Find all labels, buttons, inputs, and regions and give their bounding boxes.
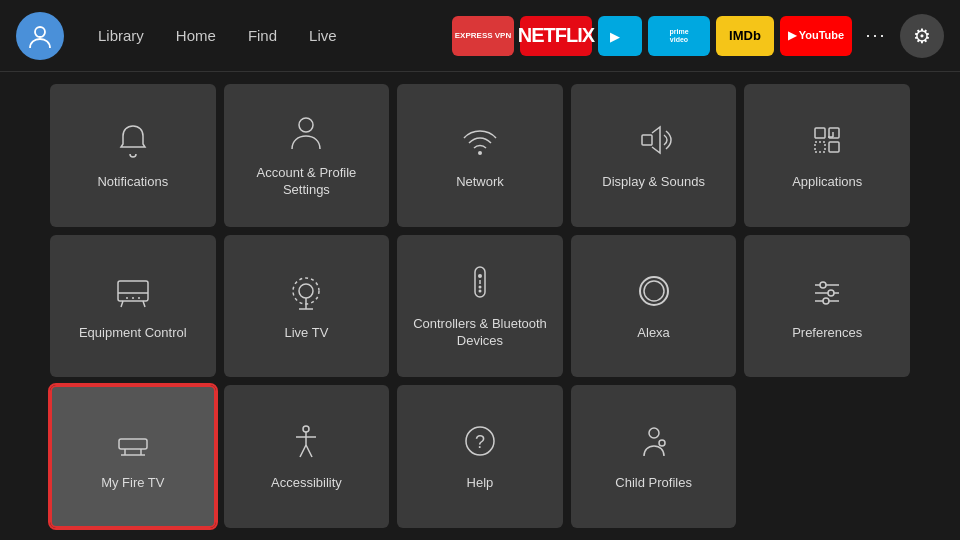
speaker-icon xyxy=(634,120,674,164)
grid-item-controllers-bluetooth[interactable]: Controllers & Bluetooth Devices xyxy=(397,235,563,378)
apps-icon xyxy=(807,120,847,164)
app-icons: EXPRESS VPN NETFLIX ▶ primevideo IMDb ▶ … xyxy=(452,14,944,58)
svg-point-26 xyxy=(478,290,481,293)
nav-home[interactable]: Home xyxy=(162,21,230,50)
live-tv-label: Live TV xyxy=(284,325,328,342)
svg-point-46 xyxy=(649,428,659,438)
help-label: Help xyxy=(467,475,494,492)
svg-line-12 xyxy=(121,301,123,307)
controllers-bluetooth-label: Controllers & Bluetooth Devices xyxy=(405,316,555,350)
account-profile-label: Account & Profile Settings xyxy=(232,165,382,199)
grid-item-alexa[interactable]: Alexa xyxy=(571,235,737,378)
nav-library[interactable]: Library xyxy=(84,21,158,50)
netflix-icon[interactable]: NETFLIX xyxy=(520,16,592,56)
antenna-icon xyxy=(286,271,326,315)
freevee-icon[interactable]: ▶ xyxy=(598,16,642,56)
grid-item-display-sounds[interactable]: Display & Sounds xyxy=(571,84,737,227)
youtube-icon[interactable]: ▶ YouTube xyxy=(780,16,852,56)
accessibility-icon xyxy=(286,421,326,465)
avatar[interactable] xyxy=(16,12,64,60)
tv-icon xyxy=(113,271,153,315)
firetv-icon xyxy=(113,421,153,465)
imdb-icon[interactable]: IMDb xyxy=(716,16,774,56)
grid-item-preferences[interactable]: Preferences xyxy=(744,235,910,378)
svg-line-13 xyxy=(143,301,145,307)
top-nav: Library Home Find Live EXPRESS VPN NETFL… xyxy=(0,0,960,72)
alexa-label: Alexa xyxy=(637,325,670,342)
grid-item-my-fire-tv[interactable]: My Fire TV xyxy=(50,385,216,528)
svg-point-47 xyxy=(659,440,665,446)
settings-grid: Notifications Account & Profile Settings… xyxy=(0,72,960,540)
help-icon: ? xyxy=(460,421,500,465)
child-icon xyxy=(634,421,674,465)
grid-item-help[interactable]: ? Help xyxy=(397,385,563,528)
remote-icon xyxy=(460,262,500,306)
equipment-control-label: Equipment Control xyxy=(79,325,187,342)
prime-video-icon[interactable]: primevideo xyxy=(648,16,710,56)
sliders-icon xyxy=(807,271,847,315)
more-button[interactable]: ··· xyxy=(858,18,894,54)
expressvpn-icon[interactable]: EXPRESS VPN xyxy=(452,16,514,56)
person-icon xyxy=(286,111,326,155)
display-sounds-label: Display & Sounds xyxy=(602,174,705,191)
svg-point-25 xyxy=(478,286,481,289)
grid-item-live-tv[interactable]: Live TV xyxy=(224,235,390,378)
svg-point-4 xyxy=(478,151,482,155)
accessibility-label: Accessibility xyxy=(271,475,342,492)
my-fire-tv-label: My Fire TV xyxy=(101,475,164,492)
svg-rect-5 xyxy=(642,135,652,145)
preferences-label: Preferences xyxy=(792,325,862,342)
grid-item-accessibility[interactable]: Accessibility xyxy=(224,385,390,528)
bell-icon xyxy=(113,120,153,164)
grid-item-network[interactable]: Network xyxy=(397,84,563,227)
svg-point-39 xyxy=(303,426,309,432)
svg-point-18 xyxy=(299,284,313,298)
nav-live[interactable]: Live xyxy=(295,21,351,50)
child-profiles-label: Child Profiles xyxy=(615,475,692,492)
svg-rect-6 xyxy=(815,128,825,138)
wifi-icon xyxy=(460,120,500,164)
svg-point-32 xyxy=(820,282,826,288)
applications-label: Applications xyxy=(792,174,862,191)
grid-item-applications[interactable]: Applications xyxy=(744,84,910,227)
svg-rect-35 xyxy=(119,439,147,449)
grid-item-notifications[interactable]: Notifications xyxy=(50,84,216,227)
grid-item-child-profiles[interactable]: Child Profiles xyxy=(571,385,737,528)
svg-rect-8 xyxy=(829,142,839,152)
notifications-label: Notifications xyxy=(97,174,168,191)
network-label: Network xyxy=(456,174,504,191)
svg-point-3 xyxy=(299,118,313,132)
svg-text:▶: ▶ xyxy=(610,30,620,44)
nav-links: Library Home Find Live xyxy=(84,21,351,50)
grid-item-account-profile[interactable]: Account & Profile Settings xyxy=(224,84,390,227)
nav-find[interactable]: Find xyxy=(234,21,291,50)
svg-point-23 xyxy=(478,274,482,278)
settings-button[interactable]: ⚙ xyxy=(900,14,944,58)
svg-text:?: ? xyxy=(475,432,485,452)
svg-line-43 xyxy=(306,445,312,457)
svg-point-28 xyxy=(644,281,664,301)
svg-point-34 xyxy=(823,298,829,304)
svg-line-42 xyxy=(300,445,306,457)
svg-point-33 xyxy=(828,290,834,296)
grid-item-equipment-control[interactable]: Equipment Control xyxy=(50,235,216,378)
svg-point-0 xyxy=(35,27,45,37)
alexa-icon xyxy=(634,271,674,315)
